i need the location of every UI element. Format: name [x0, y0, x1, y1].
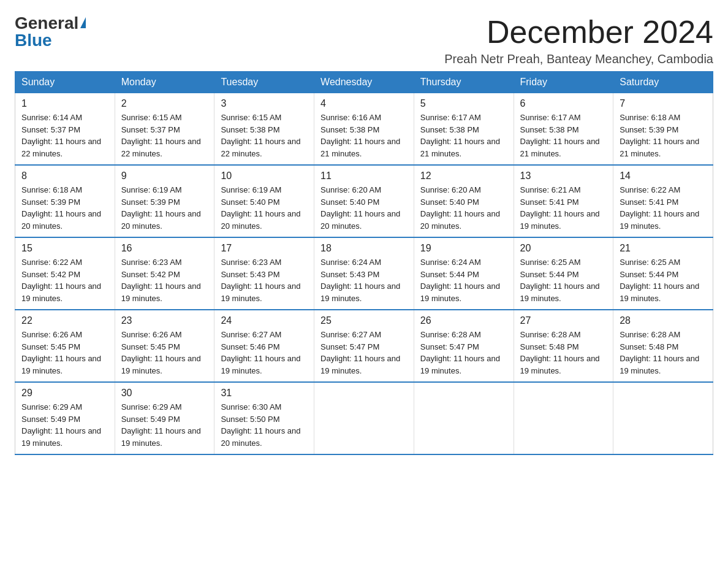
calendar-cell	[613, 382, 713, 454]
day-info: Sunrise: 6:23 AMSunset: 5:43 PMDaylight:…	[221, 258, 300, 303]
day-info: Sunrise: 6:29 AMSunset: 5:49 PMDaylight:…	[21, 402, 101, 448]
day-info: Sunrise: 6:19 AMSunset: 5:40 PMDaylight:…	[221, 185, 300, 231]
day-number: 17	[221, 243, 308, 254]
calendar-cell: 14 Sunrise: 6:22 AMSunset: 5:41 PMDaylig…	[613, 165, 713, 237]
day-number: 24	[221, 315, 308, 326]
day-info: Sunrise: 6:20 AMSunset: 5:40 PMDaylight:…	[320, 185, 400, 231]
day-number: 21	[620, 243, 707, 254]
day-info: Sunrise: 6:21 AMSunset: 5:41 PMDaylight:…	[520, 185, 600, 231]
calendar-cell: 2 Sunrise: 6:15 AMSunset: 5:37 PMDayligh…	[115, 93, 214, 166]
calendar-cell	[414, 382, 514, 454]
calendar-cell: 15 Sunrise: 6:22 AMSunset: 5:42 PMDaylig…	[15, 237, 115, 310]
col-header-tuesday: Tuesday	[214, 72, 314, 93]
day-number: 18	[320, 243, 408, 254]
col-header-saturday: Saturday	[613, 72, 713, 93]
day-info: Sunrise: 6:20 AMSunset: 5:40 PMDaylight:…	[420, 185, 500, 231]
day-number: 28	[620, 315, 707, 326]
day-number: 6	[520, 98, 607, 109]
col-header-wednesday: Wednesday	[314, 72, 414, 93]
calendar-cell: 23 Sunrise: 6:26 AMSunset: 5:45 PMDaylig…	[115, 310, 214, 382]
day-info: Sunrise: 6:24 AMSunset: 5:43 PMDaylight:…	[320, 258, 400, 303]
col-header-friday: Friday	[514, 72, 613, 93]
title-area: December 2024 Preah Netr Preah, Banteay …	[444, 15, 713, 66]
day-number: 16	[121, 243, 208, 254]
day-info: Sunrise: 6:23 AMSunset: 5:42 PMDaylight:…	[121, 258, 201, 303]
day-number: 19	[420, 243, 507, 254]
day-info: Sunrise: 6:25 AMSunset: 5:44 PMDaylight:…	[520, 258, 600, 303]
calendar-cell: 9 Sunrise: 6:19 AMSunset: 5:39 PMDayligh…	[115, 165, 214, 237]
day-info: Sunrise: 6:16 AMSunset: 5:38 PMDaylight:…	[320, 113, 400, 158]
day-info: Sunrise: 6:29 AMSunset: 5:49 PMDaylight:…	[121, 402, 201, 448]
day-number: 5	[420, 98, 507, 109]
calendar-cell: 19 Sunrise: 6:24 AMSunset: 5:44 PMDaylig…	[414, 237, 514, 310]
day-number: 31	[221, 388, 308, 399]
day-info: Sunrise: 6:18 AMSunset: 5:39 PMDaylight:…	[620, 113, 699, 158]
day-number: 20	[520, 243, 607, 254]
day-info: Sunrise: 6:30 AMSunset: 5:50 PMDaylight:…	[221, 402, 300, 448]
calendar-header-row: Sunday Monday Tuesday Wednesday Thursday…	[15, 72, 713, 93]
day-number: 13	[520, 170, 607, 182]
day-number: 26	[420, 315, 507, 326]
calendar-cell	[314, 382, 414, 454]
day-number: 27	[520, 315, 607, 326]
day-info: Sunrise: 6:27 AMSunset: 5:46 PMDaylight:…	[221, 330, 300, 375]
day-info: Sunrise: 6:28 AMSunset: 5:48 PMDaylight:…	[520, 330, 600, 375]
calendar-cell: 21 Sunrise: 6:25 AMSunset: 5:44 PMDaylig…	[613, 237, 713, 310]
day-info: Sunrise: 6:22 AMSunset: 5:42 PMDaylight:…	[21, 258, 101, 303]
calendar-cell: 10 Sunrise: 6:19 AMSunset: 5:40 PMDaylig…	[214, 165, 314, 237]
day-info: Sunrise: 6:19 AMSunset: 5:39 PMDaylight:…	[121, 185, 201, 231]
calendar-cell: 12 Sunrise: 6:20 AMSunset: 5:40 PMDaylig…	[414, 165, 514, 237]
col-header-thursday: Thursday	[414, 72, 514, 93]
day-number: 7	[620, 98, 707, 109]
day-number: 22	[21, 315, 108, 326]
day-number: 30	[121, 388, 208, 399]
calendar-cell: 1 Sunrise: 6:14 AMSunset: 5:37 PMDayligh…	[15, 93, 115, 166]
calendar-week-3: 15 Sunrise: 6:22 AMSunset: 5:42 PMDaylig…	[15, 237, 713, 310]
day-info: Sunrise: 6:24 AMSunset: 5:44 PMDaylight:…	[420, 258, 500, 303]
day-info: Sunrise: 6:17 AMSunset: 5:38 PMDaylight:…	[420, 113, 500, 158]
day-number: 3	[221, 98, 308, 109]
day-info: Sunrise: 6:15 AMSunset: 5:37 PMDaylight:…	[121, 113, 201, 158]
calendar-cell: 28 Sunrise: 6:28 AMSunset: 5:48 PMDaylig…	[613, 310, 713, 382]
calendar-cell: 6 Sunrise: 6:17 AMSunset: 5:38 PMDayligh…	[514, 93, 613, 166]
calendar-cell: 20 Sunrise: 6:25 AMSunset: 5:44 PMDaylig…	[514, 237, 613, 310]
day-info: Sunrise: 6:26 AMSunset: 5:45 PMDaylight:…	[121, 330, 201, 375]
day-number: 15	[21, 243, 108, 254]
day-number: 8	[21, 170, 108, 182]
calendar-week-2: 8 Sunrise: 6:18 AMSunset: 5:39 PMDayligh…	[15, 165, 713, 237]
day-number: 29	[21, 388, 108, 399]
col-header-sunday: Sunday	[15, 72, 115, 93]
calendar-cell: 22 Sunrise: 6:26 AMSunset: 5:45 PMDaylig…	[15, 310, 115, 382]
header: General Blue December 2024 Preah Netr Pr…	[15, 15, 713, 66]
day-info: Sunrise: 6:15 AMSunset: 5:38 PMDaylight:…	[221, 113, 300, 158]
calendar-cell: 27 Sunrise: 6:28 AMSunset: 5:48 PMDaylig…	[514, 310, 613, 382]
day-number: 4	[320, 98, 408, 109]
day-number: 25	[320, 315, 408, 326]
calendar-cell: 30 Sunrise: 6:29 AMSunset: 5:49 PMDaylig…	[115, 382, 214, 454]
calendar-cell: 7 Sunrise: 6:18 AMSunset: 5:39 PMDayligh…	[613, 93, 713, 166]
day-info: Sunrise: 6:27 AMSunset: 5:47 PMDaylight:…	[320, 330, 400, 375]
day-info: Sunrise: 6:28 AMSunset: 5:47 PMDaylight:…	[420, 330, 500, 375]
day-info: Sunrise: 6:26 AMSunset: 5:45 PMDaylight:…	[21, 330, 101, 375]
day-info: Sunrise: 6:22 AMSunset: 5:41 PMDaylight:…	[620, 185, 699, 231]
calendar-cell: 26 Sunrise: 6:28 AMSunset: 5:47 PMDaylig…	[414, 310, 514, 382]
calendar-cell: 11 Sunrise: 6:20 AMSunset: 5:40 PMDaylig…	[314, 165, 414, 237]
month-title: December 2024	[444, 15, 713, 50]
day-info: Sunrise: 6:28 AMSunset: 5:48 PMDaylight:…	[620, 330, 699, 375]
day-number: 2	[121, 98, 208, 109]
calendar-cell: 18 Sunrise: 6:24 AMSunset: 5:43 PMDaylig…	[314, 237, 414, 310]
calendar-cell: 31 Sunrise: 6:30 AMSunset: 5:50 PMDaylig…	[214, 382, 314, 454]
location-subtitle: Preah Netr Preah, Banteay Meanchey, Camb…	[444, 52, 713, 66]
calendar-cell: 5 Sunrise: 6:17 AMSunset: 5:38 PMDayligh…	[414, 93, 514, 166]
calendar-cell: 3 Sunrise: 6:15 AMSunset: 5:38 PMDayligh…	[214, 93, 314, 166]
calendar-week-5: 29 Sunrise: 6:29 AMSunset: 5:49 PMDaylig…	[15, 382, 713, 454]
calendar-cell: 24 Sunrise: 6:27 AMSunset: 5:46 PMDaylig…	[214, 310, 314, 382]
logo-text-blue: Blue	[15, 32, 52, 49]
calendar-cell: 13 Sunrise: 6:21 AMSunset: 5:41 PMDaylig…	[514, 165, 613, 237]
day-number: 9	[121, 170, 208, 182]
day-number: 10	[221, 170, 308, 182]
calendar-cell: 16 Sunrise: 6:23 AMSunset: 5:42 PMDaylig…	[115, 237, 214, 310]
day-info: Sunrise: 6:17 AMSunset: 5:38 PMDaylight:…	[520, 113, 600, 158]
calendar: Sunday Monday Tuesday Wednesday Thursday…	[15, 71, 713, 455]
calendar-cell: 8 Sunrise: 6:18 AMSunset: 5:39 PMDayligh…	[15, 165, 115, 237]
